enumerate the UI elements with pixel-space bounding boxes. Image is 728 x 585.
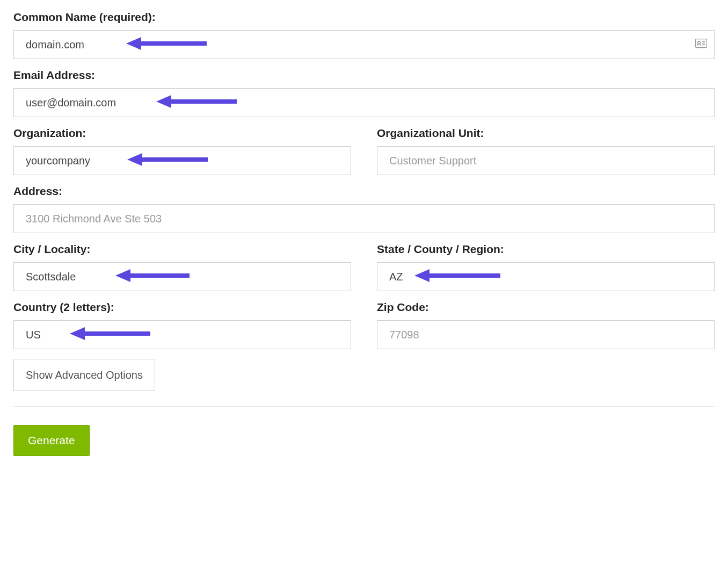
city-input[interactable] bbox=[13, 262, 351, 291]
contact-card-icon bbox=[695, 39, 707, 50]
generate-button[interactable]: Generate bbox=[13, 425, 90, 456]
organization-label: Organization: bbox=[13, 127, 351, 140]
show-advanced-button[interactable]: Show Advanced Options bbox=[13, 359, 155, 391]
city-label: City / Locality: bbox=[13, 243, 351, 256]
org-unit-input[interactable] bbox=[377, 146, 715, 175]
address-label: Address: bbox=[13, 185, 715, 198]
state-input[interactable] bbox=[377, 262, 715, 291]
zip-label: Zip Code: bbox=[377, 301, 715, 314]
csr-form: Common Name (required): bbox=[13, 11, 715, 456]
state-label: State / County / Region: bbox=[377, 243, 715, 256]
country-input[interactable] bbox=[13, 320, 351, 349]
org-unit-label: Organizational Unit: bbox=[377, 127, 715, 140]
address-input[interactable] bbox=[13, 204, 715, 233]
divider bbox=[13, 406, 715, 407]
email-label: Email Address: bbox=[13, 69, 715, 82]
zip-input[interactable] bbox=[377, 320, 715, 349]
common-name-label: Common Name (required): bbox=[13, 11, 715, 24]
country-label: Country (2 letters): bbox=[13, 301, 351, 314]
email-input[interactable] bbox=[13, 88, 715, 117]
svg-point-1 bbox=[698, 41, 701, 44]
common-name-input[interactable] bbox=[13, 30, 715, 59]
organization-input[interactable] bbox=[13, 146, 351, 175]
svg-rect-0 bbox=[696, 39, 707, 48]
